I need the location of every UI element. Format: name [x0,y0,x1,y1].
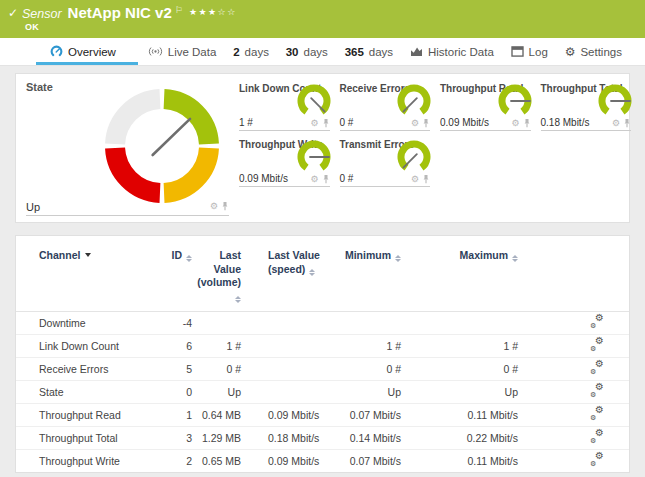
mini-gauge-value: 0 # [340,117,354,128]
channel-settings-button[interactable]: ⚙⚙ [590,361,604,374]
tab-number: 365 [345,46,364,58]
cell-value: 0 # [503,363,518,375]
pin-icon[interactable] [623,118,631,128]
channel-name: Throughput Total [16,426,166,449]
channel-cell: -4 [166,311,192,334]
mini-gauge-icons: ⚙ [310,174,329,184]
gear-icon[interactable]: ⚙ [411,175,419,184]
tab-log[interactable]: Log [504,38,555,65]
column-header-maximum[interactable]: Maximum [401,236,518,311]
object-kind-label: Sensor [22,7,62,21]
sensor-title-line: SensorNetApp NIC v2⚐★★★☆☆ [22,4,237,21]
cell-value: 0.18 Mbit/s [268,432,319,444]
pin-icon[interactable] [422,174,430,184]
priority-stars[interactable]: ★★★☆☆ [189,7,237,17]
channel-cell: 1 # [192,334,241,357]
channel-row-link-down-count: Link Down Count61 #1 #1 #⚙⚙ [16,334,629,357]
pin-icon[interactable] [221,201,229,211]
channel-row-throughput-write: Throughput Write20.65 MB0.09 Mbit/s0.07 … [16,449,629,472]
cell-value: 0 # [226,363,241,375]
gear-icon[interactable]: ⚙ [612,119,620,128]
state-gauge [102,86,222,206]
sort-icon [395,255,401,262]
mini-gauge-receive-errors: Receive Errors0 #⚙ [340,80,431,131]
channel-cell: 1.29 MB [192,426,241,449]
tab-label: Historic Data [428,46,494,58]
tab-label: Log [529,46,548,58]
column-header-last-value-volume[interactable]: Last Value(volume) [192,236,241,311]
column-header-id[interactable]: ID [166,236,192,311]
tab-label: days [304,46,328,58]
channel-cell: 3 [166,426,192,449]
channel-settings-button[interactable]: ⚙⚙ [590,338,604,351]
tab-overview[interactable]: Overview [36,38,138,65]
column-header-last-value-speed[interactable]: Last Value(speed) [241,236,321,311]
cell-value: 0.09 Mbit/s [268,455,319,467]
gear-icon[interactable]: ⚙ [310,119,318,128]
channel-cell: 1 # [321,334,401,357]
priority-flag-icon[interactable]: ⚐ [175,5,183,15]
tab-number: 30 [286,46,299,58]
channel-cell: 0 # [401,357,518,380]
tab-number: 2 [233,46,239,58]
channel-cell: 0.09 Mbit/s [241,449,321,472]
gear-icon[interactable]: ⚙ [511,119,519,128]
pin-icon[interactable] [322,174,330,184]
tab-historic-data[interactable]: Historic Data [403,38,501,65]
channel-row-downtime: Downtime-4⚙⚙ [16,311,629,334]
mini-gauge [397,84,431,118]
channel-settings-button[interactable]: ⚙⚙ [590,453,604,466]
pin-icon[interactable] [523,118,531,128]
tab-live-data[interactable]: Live Data [141,38,224,65]
cell-value: 1 # [226,340,241,352]
cell-value: 0.65 MB [202,455,241,467]
channel-cell: 0.14 Mbit/s [321,426,401,449]
gauge-needle [153,119,190,155]
table-header-row: ChannelIDLast Value(volume)Last Value(sp… [16,236,629,311]
cell-value: Throughput Read [39,409,121,421]
channel-actions: ⚙⚙ [518,334,629,357]
sort-icon [309,269,315,276]
tab-label: Overview [68,46,116,58]
gauge-icon [50,45,63,58]
gauges-panel: State Up ⚙ Link Down Count1 #⚙Receive Er… [15,73,630,223]
channel-cell: 5 [166,357,192,380]
tab-settings[interactable]: ⚙Settings [558,38,629,65]
channel-settings-button[interactable]: ⚙⚙ [590,407,604,420]
channel-cell: 0.11 Mbit/s [401,403,518,426]
cell-value: 0.22 Mbit/s [467,432,518,444]
mini-gauge-icons: ⚙ [411,174,430,184]
gear-icon[interactable]: ⚙ [411,119,419,128]
channel-cell: 1 [166,403,192,426]
column-header-channel[interactable]: Channel [16,236,166,311]
channel-name: Receive Errors [16,357,166,380]
gear-icon[interactable]: ⚙ [310,175,318,184]
channel-name: Transmit Errors [16,472,166,473]
column-header-minimum[interactable]: Minimum [321,236,401,311]
tab-2-days[interactable]: 2days [226,38,276,65]
sort-icon [186,255,192,262]
segment-yellow [164,148,209,193]
column-label: Last Value [214,249,241,275]
channel-row-transmit-errors: Transmit Errors40 #0 #0 #⚙⚙ [16,472,629,473]
state-footer: Up ⚙ [26,201,229,216]
pin-icon[interactable] [322,118,330,128]
channel-cell: 2 [166,449,192,472]
tab-30-days[interactable]: 30days [279,38,335,65]
channel-settings-button[interactable]: ⚙⚙ [590,315,604,328]
channel-row-receive-errors: Receive Errors50 #0 #0 #⚙⚙ [16,357,629,380]
cell-value: 1 # [386,340,401,352]
channel-settings-button[interactable]: ⚙⚙ [590,430,604,443]
status-badge: OK [25,22,39,32]
channel-cell: Up [192,380,241,403]
channel-name: Link Down Count [16,334,166,357]
cell-value: Up [228,386,241,398]
state-footer-icons: ⚙ [210,201,229,211]
channel-cell [192,311,241,334]
tab-365-days[interactable]: 365days [338,38,400,65]
cell-value: 0.14 Mbit/s [350,432,401,444]
gear-icon[interactable]: ⚙ [210,202,218,211]
channel-cell: 0 # [401,472,518,473]
pin-icon[interactable] [422,118,430,128]
channel-settings-button[interactable]: ⚙⚙ [590,384,604,397]
